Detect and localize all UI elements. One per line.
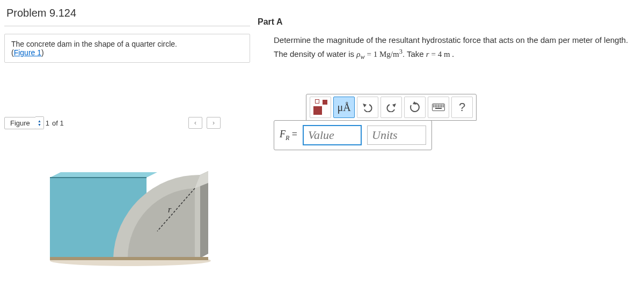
template-icon — [311, 98, 330, 116]
help-icon: ? — [459, 100, 465, 114]
undo-button[interactable] — [357, 97, 378, 118]
redo-icon — [385, 102, 397, 112]
figure-of: of 1 — [52, 119, 64, 127]
special-chars-label: μÅ — [337, 101, 350, 114]
undo-icon — [362, 102, 374, 112]
stepper-down-icon[interactable]: ▼ — [35, 123, 43, 127]
svg-marker-9 — [392, 104, 396, 107]
part-a-heading: Part A — [258, 17, 633, 27]
svg-rect-7 — [50, 257, 208, 260]
answer-toolbar: μÅ — [306, 94, 477, 121]
answer-input-row: FR = — [274, 120, 432, 150]
template-tool-button[interactable] — [310, 97, 331, 118]
figure-toolbar: Figure ▲ ▼ 1 of 1 ‹ › — [4, 116, 250, 129]
answer-area: μÅ — [274, 94, 633, 150]
figure-label: Figure — [4, 117, 36, 129]
value-input[interactable] — [303, 125, 362, 145]
redo-button[interactable] — [380, 97, 402, 118]
reset-button[interactable] — [404, 97, 426, 118]
figure-diagram: r — [4, 156, 250, 276]
units-input[interactable] — [367, 126, 426, 145]
special-chars-button[interactable]: μÅ — [333, 97, 355, 118]
svg-marker-2 — [50, 172, 157, 178]
prev-figure-button[interactable]: ‹ — [188, 117, 202, 129]
figure-stepper[interactable]: ▲ ▼ — [35, 116, 44, 129]
figure-current: 1 — [46, 119, 49, 127]
stepper-up-icon[interactable]: ▲ — [35, 119, 43, 123]
help-button[interactable]: ? — [451, 97, 473, 118]
radius-label: r — [168, 205, 172, 214]
next-figure-button[interactable]: › — [207, 117, 221, 129]
keyboard-button[interactable] — [428, 97, 449, 118]
answer-lhs: FR = — [280, 129, 297, 142]
svg-marker-8 — [363, 104, 367, 107]
keyboard-icon — [432, 104, 445, 111]
part-a-question: Determine the magnitude of the resultant… — [258, 34, 633, 62]
description-text: The concrete dam in the shape of a quart… — [11, 40, 177, 48]
reset-icon — [409, 101, 421, 113]
problem-description: The concrete dam in the shape of a quart… — [4, 34, 250, 63]
problem-title: Problem 9.124 — [4, 4, 250, 26]
figure-link[interactable]: Figure 1 — [14, 48, 41, 57]
